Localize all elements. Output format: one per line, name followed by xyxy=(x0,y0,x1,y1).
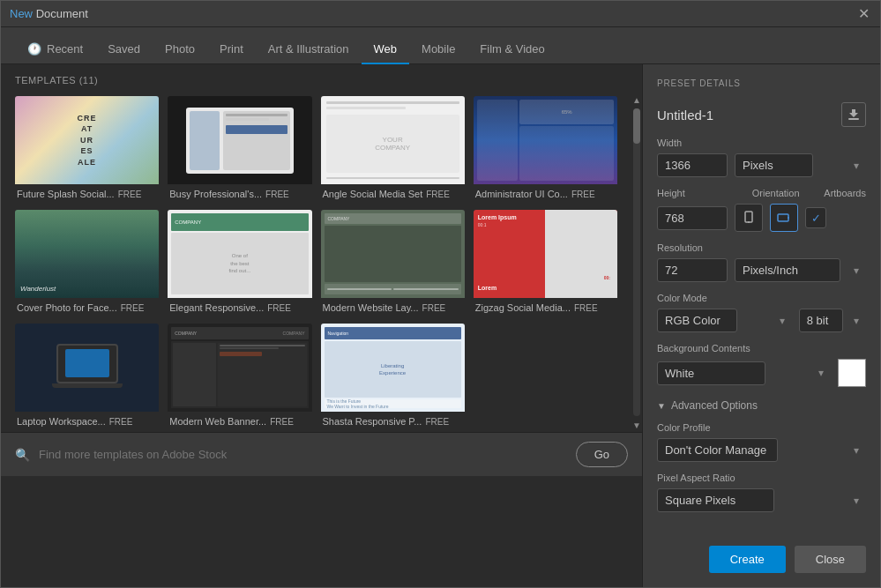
templates-scroll[interactable]: CREATURESALE Future Splash Social... FRE… xyxy=(1,93,631,432)
save-preset-button[interactable] xyxy=(841,102,866,127)
bg-contents-select[interactable]: White Background Color Transparent xyxy=(657,361,765,385)
template-name-2: Busy Professional's... xyxy=(169,189,262,199)
template-badge-4: FREE xyxy=(571,190,595,199)
resolution-row: Pixels/Inch Pixels/Centimeter xyxy=(657,258,866,282)
template-card-4[interactable]: 65% Administrator UI Co... FREE xyxy=(474,96,617,201)
bg-contents-field-group: Background Contents White Background Col… xyxy=(657,343,866,387)
template-card-10[interactable]: COMPANY COMPANY xyxy=(168,324,311,428)
color-mode-select[interactable]: RGB Color CMYK Color Grayscale xyxy=(657,309,737,332)
color-depth-select[interactable]: 8 bit 16 bit 32 bit xyxy=(799,309,843,332)
template-card-5[interactable]: Wanderlust Cover Photo for Face... FREE xyxy=(15,210,159,315)
width-field-group: Width Pixels Inches Centimeters xyxy=(657,138,866,177)
search-icon: 🔍 xyxy=(15,448,30,462)
template-label-1: Future Splash Social... FREE xyxy=(15,184,159,201)
scroll-down-arrow[interactable]: ▼ xyxy=(631,418,642,432)
tab-saved[interactable]: Saved xyxy=(95,35,153,64)
orientation-buttons xyxy=(735,204,798,232)
color-profile-label: Color Profile xyxy=(657,422,866,433)
template-card-9[interactable]: Laptop Workspace... FREE xyxy=(15,324,159,428)
height-orientation-group: Height Orientation Artboards xyxy=(657,188,866,232)
template-name-9: Laptop Workspace... xyxy=(17,416,106,427)
resolution-input[interactable] xyxy=(657,258,728,282)
advanced-arrow-icon: ▼ xyxy=(657,401,666,411)
resolution-unit-select[interactable]: Pixels/Inch Pixels/Centimeter xyxy=(735,258,840,282)
bg-color-swatch[interactable] xyxy=(838,359,866,387)
tab-print-label: Print xyxy=(220,42,243,56)
bg-contents-row: White Background Color Transparent xyxy=(657,359,866,387)
scroll-thumb[interactable] xyxy=(633,108,640,144)
templates-panel: TEMPLATES (11) CREATURESALE xyxy=(1,64,642,587)
search-bar: 🔍 Go xyxy=(1,432,642,476)
artboards-checkbox[interactable]: ✓ xyxy=(805,207,826,228)
template-badge-3: FREE xyxy=(426,190,450,199)
height-input[interactable] xyxy=(657,206,728,230)
resolution-label: Resolution xyxy=(657,242,866,253)
bg-contents-label: Background Contents xyxy=(657,343,866,354)
tab-art-label: Art & Illustration xyxy=(268,42,349,56)
advanced-options-toggle[interactable]: ▼ Advanced Options xyxy=(657,399,866,412)
new-document-dialog: New Document ✕ 🕐 Recent Saved Photo Prin… xyxy=(0,0,881,588)
search-input[interactable] xyxy=(39,448,567,461)
template-name-11: Shasta Responsive P... xyxy=(323,416,422,427)
template-label-2: Busy Professional's... FREE xyxy=(168,184,311,201)
landscape-button[interactable] xyxy=(770,204,798,232)
close-button[interactable]: Close xyxy=(795,546,866,573)
preset-name-input[interactable] xyxy=(657,108,841,123)
tab-saved-label: Saved xyxy=(108,42,140,56)
go-button[interactable]: Go xyxy=(576,442,628,467)
resolution-unit-wrap: Pixels/Inch Pixels/Centimeter xyxy=(735,258,866,282)
width-unit-select[interactable]: Pixels Inches Centimeters xyxy=(735,153,813,177)
template-name-8: Zigzag Social Media... xyxy=(475,302,571,313)
preset-section-label: PRESET DETAILS xyxy=(657,78,866,88)
template-label-9: Laptop Workspace... FREE xyxy=(15,412,159,428)
preset-panel: PRESET DETAILS Width P xyxy=(642,64,880,587)
color-profile-select[interactable]: Don't Color Manage sRGB IEC61966-2.1 xyxy=(657,438,778,462)
template-card-8[interactable]: Lorem Ipsum 00:1 Lorem 00: Zigzag Social… xyxy=(474,210,617,315)
template-label-3: Angle Social Media Set FREE xyxy=(321,184,465,201)
svg-rect-3 xyxy=(778,214,788,221)
svg-rect-0 xyxy=(848,118,859,120)
color-profile-section: Color Profile Don't Color Manage sRGB IE… xyxy=(657,422,866,462)
width-row: Pixels Inches Centimeters xyxy=(657,153,866,177)
template-card-7[interactable]: COMPANY Modern Website Lay... xyxy=(321,210,465,315)
width-input[interactable] xyxy=(657,153,728,177)
template-card-3[interactable]: YOURCOMPANY Angle Social Media Set FREE xyxy=(321,96,465,201)
tab-web[interactable]: Web xyxy=(362,35,410,64)
bg-contents-select-wrap: White Background Color Transparent xyxy=(657,361,831,385)
portrait-button[interactable] xyxy=(735,204,763,232)
template-name-7: Modern Website Lay... xyxy=(323,302,419,313)
width-label: Width xyxy=(657,138,866,148)
tab-recent[interactable]: 🕐 Recent xyxy=(15,35,95,64)
main-content: TEMPLATES (11) CREATURESALE xyxy=(1,64,880,587)
preset-name-row xyxy=(657,102,866,127)
tab-art[interactable]: Art & Illustration xyxy=(256,35,362,64)
tab-print[interactable]: Print xyxy=(207,35,256,64)
pixel-ratio-select[interactable]: Square Pixels D1/DV NTSC (0.91) xyxy=(657,488,774,512)
width-unit-wrap: Pixels Inches Centimeters xyxy=(735,153,866,177)
template-name-1: Future Splash Social... xyxy=(17,189,115,199)
tab-film-label: Film & Video xyxy=(480,42,544,56)
tab-film[interactable]: Film & Video xyxy=(467,35,556,64)
title-new: New xyxy=(10,7,33,20)
template-name-6: Elegant Responsive... xyxy=(169,302,264,313)
create-button[interactable]: Create xyxy=(709,546,786,573)
spacer xyxy=(657,523,866,528)
template-badge-7: FREE xyxy=(422,303,446,313)
template-name-3: Angle Social Media Set xyxy=(323,189,423,199)
scroll-up-arrow[interactable]: ▲ xyxy=(631,93,642,107)
template-card-6[interactable]: COMPANY One ofthe bestfind out... Elegan… xyxy=(168,210,311,315)
templates-inner: CREATURESALE Future Splash Social... FRE… xyxy=(1,93,631,432)
template-card-2[interactable]: Busy Professional's... FREE xyxy=(168,96,311,201)
template-badge-8: FREE xyxy=(574,303,598,313)
template-card-11[interactable]: Navigation LiberatingExperience This is … xyxy=(321,324,465,428)
template-card-1[interactable]: CREATURESALE Future Splash Social... FRE… xyxy=(15,96,159,201)
template-label-8: Zigzag Social Media... FREE xyxy=(474,298,617,315)
close-dialog-button[interactable]: ✕ xyxy=(855,6,871,22)
template-label-10: Modern Web Banner... FREE xyxy=(168,412,311,428)
scroll-track xyxy=(633,108,640,416)
pixel-ratio-select-wrap: Square Pixels D1/DV NTSC (0.91) xyxy=(657,488,866,512)
tab-mobile[interactable]: Mobile xyxy=(409,35,467,64)
tab-photo[interactable]: Photo xyxy=(153,35,207,64)
bottom-buttons: Create Close xyxy=(657,546,866,573)
template-scrollbar[interactable]: ▲ ▼ xyxy=(631,93,642,432)
